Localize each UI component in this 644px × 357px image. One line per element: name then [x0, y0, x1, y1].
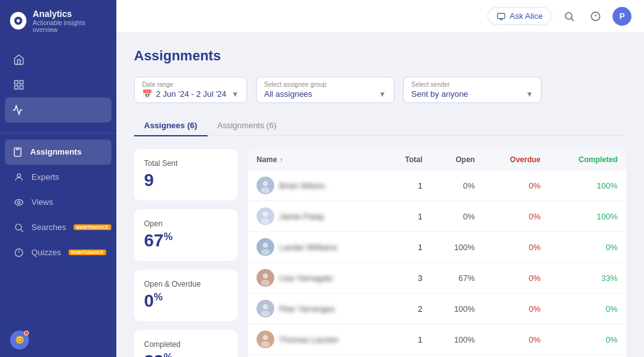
user-profile-avatar[interactable]: P	[613, 7, 631, 26]
quizzes-icon	[13, 246, 25, 259]
date-range-label: Date range	[142, 81, 239, 88]
overdue-cell-4: 0%	[484, 294, 549, 324]
page-title: Assignments	[134, 48, 626, 64]
sidebar-item-searches-label: Searches	[31, 222, 66, 232]
svg-point-22	[263, 243, 268, 248]
sidebar-item-experts[interactable]: Experts	[0, 165, 116, 190]
table-row: Pilar Yarranges 2 100% 0% 0%	[248, 294, 626, 324]
table-row: Brian Wilson 1 0% 0% 100%	[248, 170, 626, 201]
assignee-avatar-5	[257, 331, 274, 348]
total-cell-0: 1	[384, 170, 431, 201]
col-completed-header: Completed	[549, 149, 626, 170]
sort-icon: ↑	[280, 157, 283, 163]
svg-point-16	[263, 181, 268, 186]
overdue-card: Open & Overdue 0%	[134, 270, 238, 321]
assignee-group-chevron: ▼	[379, 90, 386, 99]
assignee-group-value: All assignees	[264, 89, 313, 99]
svg-rect-3	[14, 85, 18, 89]
open-card: Open 67%	[134, 209, 238, 261]
total-cell-3: 3	[384, 263, 431, 294]
sidebar-nav: Assignments Experts Views	[0, 42, 116, 323]
assignee-avatar-3	[257, 269, 274, 287]
table-row: Lander Williams 1 100% 0% 0%	[248, 232, 626, 263]
open-label: Open	[144, 219, 228, 228]
svg-point-12	[565, 13, 572, 19]
sidebar-item-apps[interactable]	[0, 72, 116, 97]
sender-chevron: ▼	[526, 90, 533, 99]
sidebar-item-quizzes[interactable]: Quizzes MAINTENANCE	[0, 240, 116, 265]
svg-rect-1	[14, 80, 18, 84]
sidebar-item-analytics[interactable]	[5, 97, 111, 123]
sender-value: Sent by anyone	[411, 89, 468, 99]
assignee-name-5: Thomas Launter	[279, 335, 339, 344]
total-sent-label: Total Sent	[144, 159, 228, 168]
completed-cell-3: 33%	[549, 263, 626, 294]
info-button[interactable]	[586, 7, 605, 26]
sidebar-item-home[interactable]	[0, 47, 116, 72]
svg-rect-11	[497, 13, 505, 18]
sender-filter[interactable]: Select sender Sent by anyone ▼	[403, 77, 541, 103]
quizzes-badge: MAINTENANCE	[69, 250, 106, 255]
sidebar-item-assignments[interactable]: Assignments	[5, 140, 111, 165]
table-row: Jamie Patay 1 0% 0% 100%	[248, 201, 626, 232]
assignee-group-label: Select assignee group	[264, 81, 386, 88]
svg-line-9	[21, 229, 23, 232]
open-value: 67%	[144, 231, 228, 251]
app-subtitle: Actionable insights overview	[33, 19, 106, 33]
table-panel: Name ↑ Total Open Overdue Completed	[248, 149, 626, 357]
col-name-header[interactable]: Name ↑	[248, 149, 384, 170]
stats-panel: Total Sent 9 Open 67% Open & Overdue 0%	[134, 149, 238, 357]
completed-cell-2: 0%	[549, 232, 626, 263]
svg-point-28	[263, 304, 268, 309]
assignee-avatar-2	[257, 238, 274, 256]
sidebar-item-searches[interactable]: Searches MAINTENANCE	[0, 215, 116, 240]
ask-alice-button[interactable]: Ask Alice	[487, 7, 552, 25]
completed-cell-0: 100%	[549, 170, 626, 201]
col-open-header: Open	[431, 149, 484, 170]
app-name: Analytics	[33, 9, 106, 19]
total-sent-value: 9	[144, 170, 228, 190]
search-icon	[564, 11, 575, 22]
svg-point-29	[261, 310, 270, 317]
svg-point-6	[17, 173, 20, 177]
searches-badge: MAINTENANCE	[74, 224, 111, 230]
svg-point-26	[261, 280, 270, 286]
svg-rect-4	[20, 85, 23, 89]
sidebar-item-views[interactable]: Views	[0, 190, 116, 215]
svg-point-31	[263, 335, 268, 340]
open-cell-2: 100%	[431, 232, 484, 263]
total-cell-2: 1	[384, 232, 431, 263]
tab-assignees[interactable]: Assignees (6)	[134, 116, 208, 136]
notification-dot	[24, 331, 29, 336]
completed-cell-1: 100%	[549, 201, 626, 232]
ask-alice-label: Ask Alice	[509, 11, 543, 21]
svg-rect-5	[16, 148, 19, 150]
assignee-name-3: Lisa Yamagato	[279, 273, 333, 283]
overdue-value: 0%	[144, 291, 228, 311]
completed-card: Completed 33%	[134, 330, 238, 357]
assignee-cell-2: Lander Williams	[248, 232, 384, 263]
table-row: Lisa Yamagato 3 67% 0% 33%	[248, 263, 626, 294]
table-row: Thomas Launter 1 100% 0% 0%	[248, 324, 626, 355]
user-avatar[interactable]: 😊	[10, 331, 29, 349]
assignee-cell-5: Thomas Launter	[248, 324, 384, 355]
search-button[interactable]	[560, 7, 579, 26]
date-range-value: 2 Jun '24 - 2 Jul '24	[156, 89, 226, 99]
logo-icon	[10, 12, 26, 30]
sidebar: Analytics Actionable insights overview	[0, 0, 116, 357]
svg-point-8	[16, 224, 21, 229]
overdue-cell-0: 0%	[484, 170, 549, 201]
grid-icon	[13, 79, 25, 91]
col-total-header: Total	[384, 149, 431, 170]
assignee-group-filter[interactable]: Select assignee group All assignees ▼	[256, 77, 394, 103]
sidebar-item-assignments-label: Assignments	[30, 147, 82, 157]
date-range-filter[interactable]: Date range 📅 2 Jun '24 - 2 Jul '24 ▼	[134, 77, 247, 103]
overdue-cell-5: 0%	[484, 324, 549, 355]
tab-assignments[interactable]: Assignments (6)	[208, 116, 287, 136]
analytics-icon	[11, 104, 24, 116]
assignee-name-4: Pilar Yarranges	[279, 304, 335, 314]
assignee-avatar-0	[257, 177, 274, 194]
info-icon	[590, 11, 601, 22]
assignee-name-1: Jamie Patay	[279, 212, 325, 221]
sidebar-bottom: 😊	[0, 323, 116, 357]
